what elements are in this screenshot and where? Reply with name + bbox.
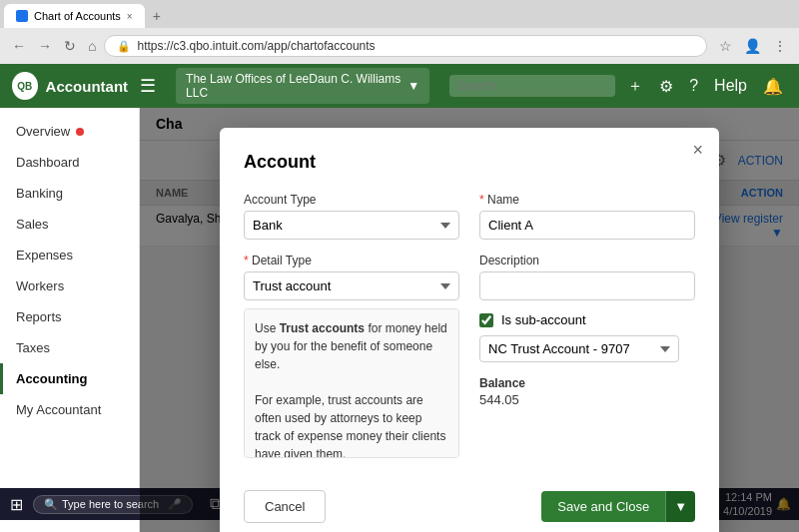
browser-chrome: Chart of Accounts × + ← → ↻ ⌂ 🔒 https://… (0, 0, 799, 64)
sidebar-item-overview[interactable]: Overview (0, 116, 139, 147)
sidebar-label-my-accountant: My Accountant (16, 402, 101, 417)
browser-tabs: Chart of Accounts × + (0, 0, 799, 28)
balance-value: 544.05 (479, 392, 695, 407)
description-label: Description (479, 254, 695, 267)
sidebar-label-banking: Banking (16, 186, 63, 201)
sidebar-item-accounting[interactable]: Accounting (0, 363, 139, 394)
company-selector[interactable]: The Law Offices of LeeDaun C. Williams L… (176, 68, 429, 104)
detail-type-label-text: Detail Type (252, 254, 312, 267)
address-bar[interactable]: 🔒 https://c3.qbo.intuit.com/app/chartofa… (104, 35, 707, 57)
tab-close-button[interactable]: × (127, 11, 133, 22)
form-group-description: Description Is sub-account NC Trust Acco… (479, 254, 695, 470)
description-text-2: For example, trust accounts are often us… (255, 391, 448, 458)
modal-title: Account (244, 152, 695, 173)
overview-dot (76, 128, 84, 136)
description-box: Use Trust accounts for money held by you… (244, 308, 459, 458)
add-button[interactable]: ＋ (623, 72, 647, 101)
sidebar-label-expenses: Expenses (16, 248, 73, 263)
modal-overlay: Account × Account Type Bank Accounts Rec… (140, 108, 799, 532)
detail-type-required-star: * (244, 254, 249, 267)
address-text: https://c3.qbo.intuit.com/app/chartofacc… (137, 39, 375, 53)
app-logo: QB (12, 72, 38, 100)
help-button[interactable]: Help (710, 73, 751, 99)
app-header: QB Accountant ☰ The Law Offices of LeeDa… (0, 64, 799, 108)
is-sub-account-label[interactable]: Is sub-account (501, 312, 586, 327)
profile-button[interactable]: 👤 (740, 36, 765, 56)
bookmark-button[interactable]: ☆ (715, 36, 736, 56)
tab-title: Chart of Accounts (34, 10, 121, 22)
sidebar-label-sales: Sales (16, 217, 49, 232)
trust-account-bold: Trust accounts (280, 321, 365, 335)
form-row-1: Account Type Bank Accounts Receivable Ot… (244, 193, 695, 240)
balance-label: Balance (479, 376, 695, 390)
form-group-detail-type: * Detail Type Trust account Checking Sav… (244, 254, 459, 470)
account-type-select[interactable]: Bank Accounts Receivable Other Current A… (244, 211, 459, 240)
name-label: * Name (479, 193, 695, 207)
detail-type-label: * Detail Type (244, 254, 459, 267)
sidebar-label-dashboard: Dashboard (16, 155, 80, 170)
app-wrapper: QB Accountant ☰ The Law Offices of LeeDa… (0, 64, 799, 488)
app-body: Overview Dashboard Banking Sales Expense… (0, 108, 799, 532)
bell-icon[interactable]: 🔔 (759, 73, 787, 100)
modal-close-button[interactable]: × (692, 140, 703, 161)
header-search-input[interactable] (449, 75, 615, 97)
account-type-label: Account Type (244, 193, 459, 207)
browser-nav: ← → ↻ ⌂ 🔒 https://c3.qbo.intuit.com/app/… (0, 28, 799, 64)
save-dropdown-button[interactable]: ▼ (665, 491, 695, 522)
name-required-star: * (479, 193, 484, 207)
new-tab-button[interactable]: + (145, 4, 169, 28)
company-name: The Law Offices of LeeDaun C. Williams L… (186, 72, 403, 100)
description-input[interactable] (479, 271, 695, 300)
sidebar-label-workers: Workers (16, 278, 64, 293)
menu-button[interactable]: ⋮ (769, 36, 791, 56)
tab-favicon (16, 10, 28, 22)
is-sub-account-checkbox[interactable] (479, 313, 493, 327)
sidebar-item-banking[interactable]: Banking (0, 178, 139, 209)
sidebar: Overview Dashboard Banking Sales Expense… (0, 108, 140, 532)
sidebar-item-dashboard[interactable]: Dashboard (0, 147, 139, 178)
browser-tab-active[interactable]: Chart of Accounts × (4, 4, 145, 28)
sidebar-label-taxes: Taxes (16, 340, 50, 355)
save-and-close-button[interactable]: Save and Close (541, 491, 665, 522)
refresh-button[interactable]: ↻ (60, 36, 80, 56)
forward-button[interactable]: → (34, 36, 56, 56)
browser-actions: ☆ 👤 ⋮ (715, 36, 791, 56)
sidebar-item-reports[interactable]: Reports (0, 301, 139, 332)
modal-account: Account × Account Type Bank Accounts Rec… (220, 128, 719, 532)
main-content: Cha ✏ 🖨 ⚙ ACTION NAME TYPE DETAIL TYPE B… (140, 108, 799, 532)
app-brand: Accountant (46, 78, 129, 95)
detail-type-select[interactable]: Trust account Checking Savings (244, 271, 459, 300)
header-right: ＋ ⚙ ? Help 🔔 (623, 72, 787, 101)
hamburger-button[interactable]: ☰ (136, 71, 160, 101)
sidebar-label-accounting: Accounting (16, 371, 88, 386)
sidebar-item-expenses[interactable]: Expenses (0, 240, 139, 270)
sub-account-select[interactable]: NC Trust Account - 9707 (479, 335, 679, 362)
form-group-account-type: Account Type Bank Accounts Receivable Ot… (244, 193, 459, 240)
company-dropdown-icon: ▼ (407, 79, 419, 93)
sidebar-item-my-accountant[interactable]: My Accountant (0, 394, 139, 425)
home-button[interactable]: ⌂ (84, 36, 100, 56)
sidebar-label-overview: Overview (16, 124, 70, 139)
sidebar-item-taxes[interactable]: Taxes (0, 332, 139, 363)
sidebar-label-reports: Reports (16, 309, 62, 324)
back-button[interactable]: ← (8, 36, 30, 56)
form-row-2: * Detail Type Trust account Checking Sav… (244, 254, 695, 470)
form-group-name: * Name (479, 193, 695, 240)
lock-icon: 🔒 (117, 40, 131, 53)
name-input[interactable] (479, 211, 695, 240)
balance-section: Balance 544.05 (479, 376, 695, 407)
modal-footer: Cancel Save and Close ▼ (244, 490, 695, 523)
start-button[interactable]: ⊞ (4, 493, 29, 516)
is-sub-account-row: Is sub-account (479, 312, 695, 327)
name-label-text: Name (487, 193, 519, 207)
sidebar-item-workers[interactable]: Workers (0, 270, 139, 301)
search-icon: 🔍 (44, 498, 58, 511)
save-button-group: Save and Close ▼ (541, 491, 695, 522)
sub-account-select-row: NC Trust Account - 9707 (479, 335, 695, 362)
sidebar-item-sales[interactable]: Sales (0, 209, 139, 240)
question-icon[interactable]: ? (685, 73, 702, 99)
gear-icon[interactable]: ⚙ (655, 73, 677, 100)
cancel-button[interactable]: Cancel (244, 490, 326, 523)
